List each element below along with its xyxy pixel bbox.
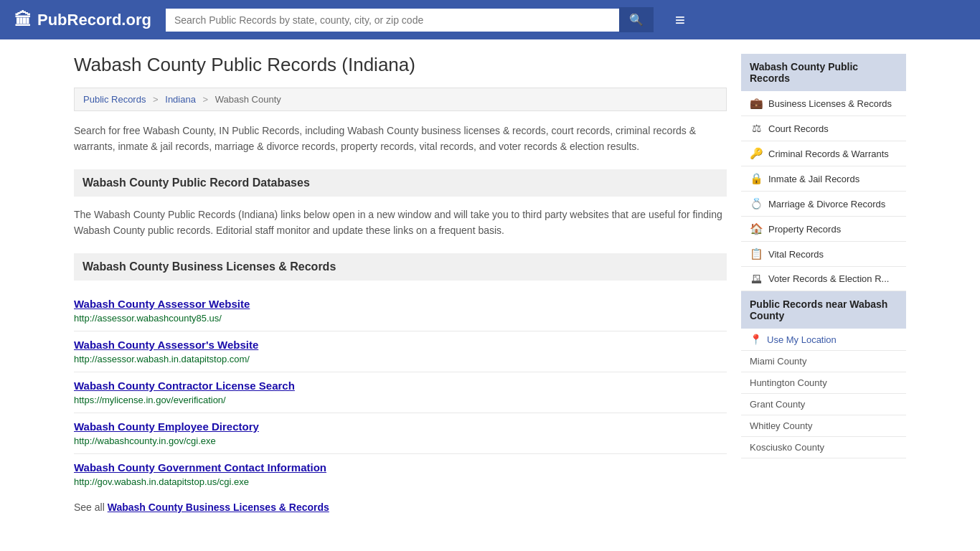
breadcrumb-link-public-records[interactable]: Public Records [83,94,146,105]
sidebar-nearby-county[interactable]: Grant County [741,394,906,415]
sidebar-nearby-county[interactable]: Whitley County [741,415,906,437]
location-icon: 📍 [750,334,761,345]
sidebar-record-label: Business Licenses & Records [768,98,892,109]
search-input[interactable] [166,9,619,32]
sidebar-public-records-header: Wabash County Public Records [741,54,906,91]
sidebar-record-label: Criminal Records & Warrants [768,149,889,159]
sidebar-nearby-county[interactable]: Huntington County [741,372,906,394]
sidebar-county-label: Miami County [750,356,806,367]
record-link-block: Wabash County Assessor Websitehttp://ass… [74,291,727,331]
record-link-title[interactable]: Wabash County Government Contact Informa… [74,461,727,474]
logo-icon: 🏛 [14,10,32,30]
hamburger-icon: ≡ [675,10,685,29]
sidebar-record-icon: 💍 [750,197,763,210]
breadcrumb-sep-1: > [153,94,159,105]
sidebar-county-label: Huntington County [750,377,827,388]
breadcrumb-current: Wabash County [215,94,281,105]
sidebar-record-label: Voter Records & Election R... [768,273,889,284]
record-link-title[interactable]: Wabash County Contractor License Search [74,380,727,392]
sidebar-county-label: Kosciusko County [750,442,824,453]
menu-button[interactable]: ≡ [675,10,685,30]
sidebar-record-item[interactable]: 🏠Property Records [741,217,906,242]
business-section-header: Wabash County Business Licenses & Record… [74,253,727,281]
sidebar-records-items: 💼Business Licenses & Records⚖Court Recor… [741,91,906,291]
search-container: 🔍 [166,7,654,32]
sidebar-record-label: Court Records [768,123,829,134]
sidebar-record-icon: 💼 [750,97,763,110]
content-area: Wabash County Public Records (Indiana) P… [74,54,727,520]
see-all-link[interactable]: Wabash County Business Licenses & Record… [108,501,329,513]
record-link-url[interactable]: https://mylicense.in.gov/everification/ [74,395,226,405]
see-all-line: See all Wabash County Business Licenses … [74,494,727,520]
business-links-list: Wabash County Assessor Websitehttp://ass… [74,291,727,494]
sidebar-record-icon: ⚖ [750,122,763,135]
sidebar-record-label: Vital Records [768,249,824,260]
breadcrumb-link-indiana[interactable]: Indiana [165,94,196,105]
page-title: Wabash County Public Records (Indiana) [74,54,727,76]
record-link-url[interactable]: http://gov.wabash.in.datapitstop.us/cgi.… [74,476,249,487]
sidebar-record-icon: 🗳 [750,273,763,285]
sidebar-nearby-items: Miami CountyHuntington CountyGrant Count… [741,351,906,458]
logo-text: PubRecord.org [37,11,151,29]
sidebar-record-icon: 🏠 [750,222,763,235]
sidebar-record-label: Inmate & Jail Records [768,174,859,184]
sidebar-county-label: Grant County [750,399,805,410]
sidebar-public-records-section: Wabash County Public Records 💼Business L… [741,54,906,291]
sidebar-record-item[interactable]: 💍Marriage & Divorce Records [741,192,906,217]
intro-text: Search for free Wabash County, IN Public… [74,123,727,155]
record-link-block: Wabash County Employee Directoryhttp://w… [74,413,727,454]
sidebar-record-item[interactable]: ⚖Court Records [741,116,906,141]
databases-description: The Wabash County Public Records (Indian… [74,207,727,239]
sidebar-county-label: Whitley County [750,420,812,431]
record-link-url[interactable]: http://assessor.wabash.in.datapitstop.co… [74,354,250,364]
databases-section-header: Wabash County Public Record Databases [74,169,727,197]
see-all-text: See all [74,501,108,513]
sidebar-record-item[interactable]: 🗳Voter Records & Election R... [741,267,906,291]
use-location-label: Use My Location [767,334,837,345]
record-link-url[interactable]: http://wabashcounty.in.gov/cgi.exe [74,435,216,446]
sidebar-record-item[interactable]: 📋Vital Records [741,242,906,267]
site-header: 🏛 PubRecord.org 🔍 ≡ [0,0,980,39]
record-link-title[interactable]: Wabash County Assessor's Website [74,339,727,351]
main-container: Wabash County Public Records (Indiana) P… [60,39,920,534]
sidebar-nearby-county[interactable]: Kosciusko County [741,437,906,458]
search-icon: 🔍 [629,14,644,26]
sidebar-record-icon: 📋 [750,248,763,260]
record-link-block: Wabash County Contractor License Searchh… [74,372,727,413]
sidebar: Wabash County Public Records 💼Business L… [741,54,906,520]
record-link-block: Wabash County Assessor's Websitehttp://a… [74,331,727,372]
sidebar-record-icon: 🔒 [750,172,763,185]
sidebar-record-item[interactable]: 🔒Inmate & Jail Records [741,166,906,192]
sidebar-record-item[interactable]: 🔑Criminal Records & Warrants [741,141,906,166]
record-link-block: Wabash County Government Contact Informa… [74,454,727,494]
record-link-title[interactable]: Wabash County Assessor Website [74,298,727,310]
sidebar-record-label: Marriage & Divorce Records [768,199,885,209]
breadcrumb: Public Records > Indiana > Wabash County [74,88,727,111]
search-button[interactable]: 🔍 [619,7,654,32]
sidebar-nearby-county[interactable]: Miami County [741,351,906,372]
sidebar-record-label: Property Records [768,224,841,235]
breadcrumb-sep-2: > [203,94,209,105]
site-logo[interactable]: 🏛 PubRecord.org [14,10,151,30]
record-link-title[interactable]: Wabash County Employee Directory [74,420,727,433]
sidebar-nearby-header: Public Records near Wabash County [741,291,906,329]
sidebar-record-item[interactable]: 💼Business Licenses & Records [741,91,906,116]
record-link-url[interactable]: http://assessor.wabashcounty85.us/ [74,313,222,324]
sidebar-nearby-section: Public Records near Wabash County 📍 Use … [741,291,906,458]
use-location-button[interactable]: 📍 Use My Location [741,329,906,351]
sidebar-record-icon: 🔑 [750,147,763,160]
